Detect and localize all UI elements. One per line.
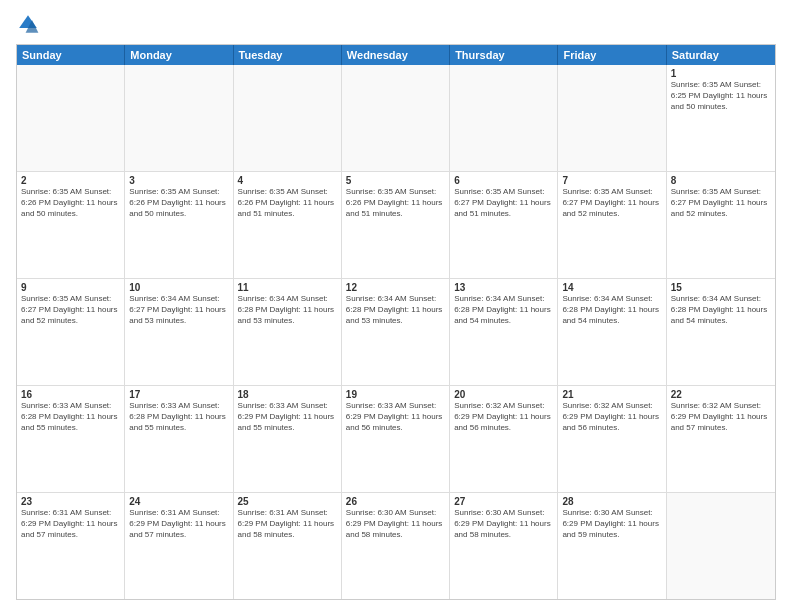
day-cell-5: 5Sunrise: 6:35 AM Sunset: 6:26 PM Daylig… (342, 172, 450, 278)
day-cell-18: 18Sunrise: 6:33 AM Sunset: 6:29 PM Dayli… (234, 386, 342, 492)
day-cell-16: 16Sunrise: 6:33 AM Sunset: 6:28 PM Dayli… (17, 386, 125, 492)
day-number: 7 (562, 175, 661, 186)
empty-cell (234, 65, 342, 171)
day-info: Sunrise: 6:33 AM Sunset: 6:29 PM Dayligh… (346, 401, 445, 433)
day-number: 4 (238, 175, 337, 186)
calendar-week-1: 1Sunrise: 6:35 AM Sunset: 6:25 PM Daylig… (17, 65, 775, 172)
day-cell-15: 15Sunrise: 6:34 AM Sunset: 6:28 PM Dayli… (667, 279, 775, 385)
day-number: 21 (562, 389, 661, 400)
day-number: 22 (671, 389, 771, 400)
day-number: 26 (346, 496, 445, 507)
day-info: Sunrise: 6:30 AM Sunset: 6:29 PM Dayligh… (346, 508, 445, 540)
day-info: Sunrise: 6:32 AM Sunset: 6:29 PM Dayligh… (671, 401, 771, 433)
day-cell-27: 27Sunrise: 6:30 AM Sunset: 6:29 PM Dayli… (450, 493, 558, 599)
day-cell-13: 13Sunrise: 6:34 AM Sunset: 6:28 PM Dayli… (450, 279, 558, 385)
calendar-header-row: SundayMondayTuesdayWednesdayThursdayFrid… (17, 45, 775, 65)
day-cell-17: 17Sunrise: 6:33 AM Sunset: 6:28 PM Dayli… (125, 386, 233, 492)
day-info: Sunrise: 6:34 AM Sunset: 6:28 PM Dayligh… (562, 294, 661, 326)
empty-cell (667, 493, 775, 599)
day-info: Sunrise: 6:30 AM Sunset: 6:29 PM Dayligh… (454, 508, 553, 540)
day-info: Sunrise: 6:33 AM Sunset: 6:28 PM Dayligh… (21, 401, 120, 433)
page-header (16, 12, 776, 36)
day-number: 5 (346, 175, 445, 186)
calendar-body: 1Sunrise: 6:35 AM Sunset: 6:25 PM Daylig… (17, 65, 775, 599)
day-cell-19: 19Sunrise: 6:33 AM Sunset: 6:29 PM Dayli… (342, 386, 450, 492)
day-cell-23: 23Sunrise: 6:31 AM Sunset: 6:29 PM Dayli… (17, 493, 125, 599)
day-cell-10: 10Sunrise: 6:34 AM Sunset: 6:27 PM Dayli… (125, 279, 233, 385)
day-number: 9 (21, 282, 120, 293)
day-cell-21: 21Sunrise: 6:32 AM Sunset: 6:29 PM Dayli… (558, 386, 666, 492)
day-info: Sunrise: 6:34 AM Sunset: 6:28 PM Dayligh… (238, 294, 337, 326)
day-cell-14: 14Sunrise: 6:34 AM Sunset: 6:28 PM Dayli… (558, 279, 666, 385)
day-number: 8 (671, 175, 771, 186)
day-number: 6 (454, 175, 553, 186)
day-number: 11 (238, 282, 337, 293)
day-number: 15 (671, 282, 771, 293)
day-number: 23 (21, 496, 120, 507)
day-info: Sunrise: 6:35 AM Sunset: 6:26 PM Dayligh… (346, 187, 445, 219)
day-number: 28 (562, 496, 661, 507)
day-cell-7: 7Sunrise: 6:35 AM Sunset: 6:27 PM Daylig… (558, 172, 666, 278)
day-cell-6: 6Sunrise: 6:35 AM Sunset: 6:27 PM Daylig… (450, 172, 558, 278)
calendar-week-2: 2Sunrise: 6:35 AM Sunset: 6:26 PM Daylig… (17, 172, 775, 279)
day-info: Sunrise: 6:34 AM Sunset: 6:28 PM Dayligh… (454, 294, 553, 326)
day-info: Sunrise: 6:31 AM Sunset: 6:29 PM Dayligh… (129, 508, 228, 540)
day-info: Sunrise: 6:33 AM Sunset: 6:29 PM Dayligh… (238, 401, 337, 433)
day-number: 17 (129, 389, 228, 400)
day-info: Sunrise: 6:35 AM Sunset: 6:27 PM Dayligh… (562, 187, 661, 219)
day-cell-26: 26Sunrise: 6:30 AM Sunset: 6:29 PM Dayli… (342, 493, 450, 599)
day-info: Sunrise: 6:31 AM Sunset: 6:29 PM Dayligh… (238, 508, 337, 540)
empty-cell (450, 65, 558, 171)
day-info: Sunrise: 6:35 AM Sunset: 6:26 PM Dayligh… (129, 187, 228, 219)
day-info: Sunrise: 6:35 AM Sunset: 6:27 PM Dayligh… (21, 294, 120, 326)
day-cell-9: 9Sunrise: 6:35 AM Sunset: 6:27 PM Daylig… (17, 279, 125, 385)
day-cell-22: 22Sunrise: 6:32 AM Sunset: 6:29 PM Dayli… (667, 386, 775, 492)
day-info: Sunrise: 6:34 AM Sunset: 6:28 PM Dayligh… (346, 294, 445, 326)
day-number: 20 (454, 389, 553, 400)
day-number: 2 (21, 175, 120, 186)
day-info: Sunrise: 6:33 AM Sunset: 6:28 PM Dayligh… (129, 401, 228, 433)
day-number: 13 (454, 282, 553, 293)
header-cell-monday: Monday (125, 45, 233, 65)
day-cell-2: 2Sunrise: 6:35 AM Sunset: 6:26 PM Daylig… (17, 172, 125, 278)
day-number: 12 (346, 282, 445, 293)
calendar-week-5: 23Sunrise: 6:31 AM Sunset: 6:29 PM Dayli… (17, 493, 775, 599)
day-info: Sunrise: 6:34 AM Sunset: 6:27 PM Dayligh… (129, 294, 228, 326)
day-info: Sunrise: 6:35 AM Sunset: 6:26 PM Dayligh… (21, 187, 120, 219)
calendar-week-4: 16Sunrise: 6:33 AM Sunset: 6:28 PM Dayli… (17, 386, 775, 493)
day-number: 14 (562, 282, 661, 293)
day-cell-24: 24Sunrise: 6:31 AM Sunset: 6:29 PM Dayli… (125, 493, 233, 599)
day-info: Sunrise: 6:32 AM Sunset: 6:29 PM Dayligh… (454, 401, 553, 433)
day-number: 24 (129, 496, 228, 507)
header-cell-thursday: Thursday (450, 45, 558, 65)
day-info: Sunrise: 6:34 AM Sunset: 6:28 PM Dayligh… (671, 294, 771, 326)
day-info: Sunrise: 6:35 AM Sunset: 6:25 PM Dayligh… (671, 80, 771, 112)
day-cell-28: 28Sunrise: 6:30 AM Sunset: 6:29 PM Dayli… (558, 493, 666, 599)
day-cell-8: 8Sunrise: 6:35 AM Sunset: 6:27 PM Daylig… (667, 172, 775, 278)
empty-cell (558, 65, 666, 171)
day-info: Sunrise: 6:35 AM Sunset: 6:26 PM Dayligh… (238, 187, 337, 219)
day-number: 25 (238, 496, 337, 507)
header-cell-wednesday: Wednesday (342, 45, 450, 65)
calendar: SundayMondayTuesdayWednesdayThursdayFrid… (16, 44, 776, 600)
day-number: 3 (129, 175, 228, 186)
empty-cell (17, 65, 125, 171)
day-cell-1: 1Sunrise: 6:35 AM Sunset: 6:25 PM Daylig… (667, 65, 775, 171)
header-cell-sunday: Sunday (17, 45, 125, 65)
day-number: 19 (346, 389, 445, 400)
day-cell-12: 12Sunrise: 6:34 AM Sunset: 6:28 PM Dayli… (342, 279, 450, 385)
day-info: Sunrise: 6:35 AM Sunset: 6:27 PM Dayligh… (671, 187, 771, 219)
empty-cell (125, 65, 233, 171)
logo (16, 12, 44, 36)
day-cell-20: 20Sunrise: 6:32 AM Sunset: 6:29 PM Dayli… (450, 386, 558, 492)
day-cell-25: 25Sunrise: 6:31 AM Sunset: 6:29 PM Dayli… (234, 493, 342, 599)
empty-cell (342, 65, 450, 171)
header-cell-tuesday: Tuesday (234, 45, 342, 65)
day-number: 10 (129, 282, 228, 293)
day-info: Sunrise: 6:31 AM Sunset: 6:29 PM Dayligh… (21, 508, 120, 540)
header-cell-saturday: Saturday (667, 45, 775, 65)
day-cell-4: 4Sunrise: 6:35 AM Sunset: 6:26 PM Daylig… (234, 172, 342, 278)
day-number: 18 (238, 389, 337, 400)
day-cell-3: 3Sunrise: 6:35 AM Sunset: 6:26 PM Daylig… (125, 172, 233, 278)
day-number: 1 (671, 68, 771, 79)
